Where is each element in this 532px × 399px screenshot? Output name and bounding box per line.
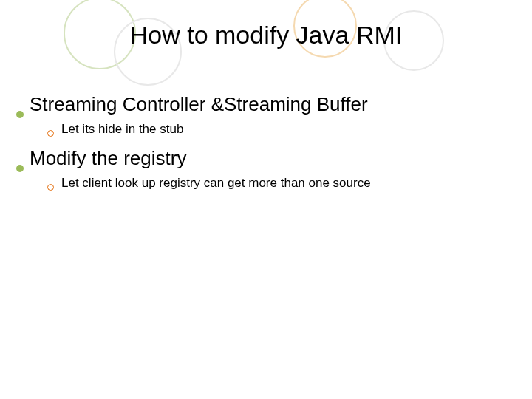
slide-content: Streaming Controller &Streaming Buffer L…	[16, 89, 517, 201]
bullet-dot-icon	[16, 111, 24, 118]
bullet-text: Modify the registry	[30, 147, 186, 170]
bullet-level1: Streaming Controller &Streaming Buffer	[16, 93, 517, 116]
bullet-text: Streaming Controller &Streaming Buffer	[30, 93, 368, 116]
bullet-ring-icon	[47, 184, 54, 191]
bullet-level1: Modify the registry	[16, 147, 517, 170]
bullet-level2: Let client look up registry can get more…	[47, 176, 517, 191]
bullet-level2: Let its hide in the stub	[47, 122, 517, 137]
decorative-circles	[0, 0, 532, 103]
slide-title: How to modify Java RMI	[0, 21, 532, 50]
bullet-ring-icon	[47, 130, 54, 137]
bullet-dot-icon	[16, 165, 24, 172]
subbullet-text: Let its hide in the stub	[61, 122, 183, 137]
subbullet-text: Let client look up registry can get more…	[61, 176, 371, 191]
